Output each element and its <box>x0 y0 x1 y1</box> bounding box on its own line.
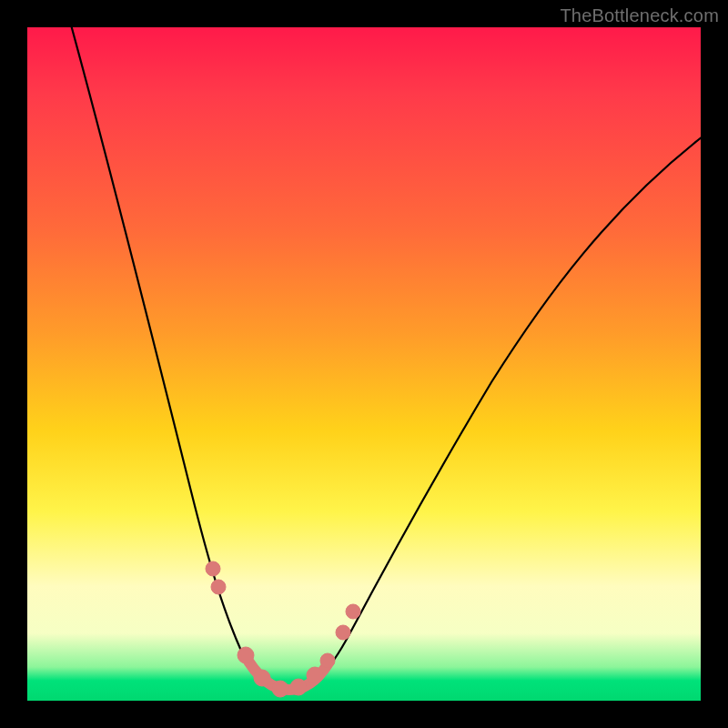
bottleneck-curve <box>69 27 701 692</box>
marker-point <box>320 653 335 668</box>
chart-frame: TheBottleneck.com <box>0 0 728 728</box>
marker-point <box>211 580 226 594</box>
plot-area <box>27 27 701 701</box>
watermark-text: TheBottleneck.com <box>560 5 719 26</box>
curve-layer <box>27 27 701 701</box>
marker-point <box>336 625 350 640</box>
marker-point <box>272 681 288 697</box>
marker-point <box>254 670 270 686</box>
marker-point <box>346 604 360 619</box>
marker-point <box>290 679 307 695</box>
marker-point <box>238 647 254 663</box>
marker-point <box>206 561 220 576</box>
marker-point <box>307 667 323 683</box>
